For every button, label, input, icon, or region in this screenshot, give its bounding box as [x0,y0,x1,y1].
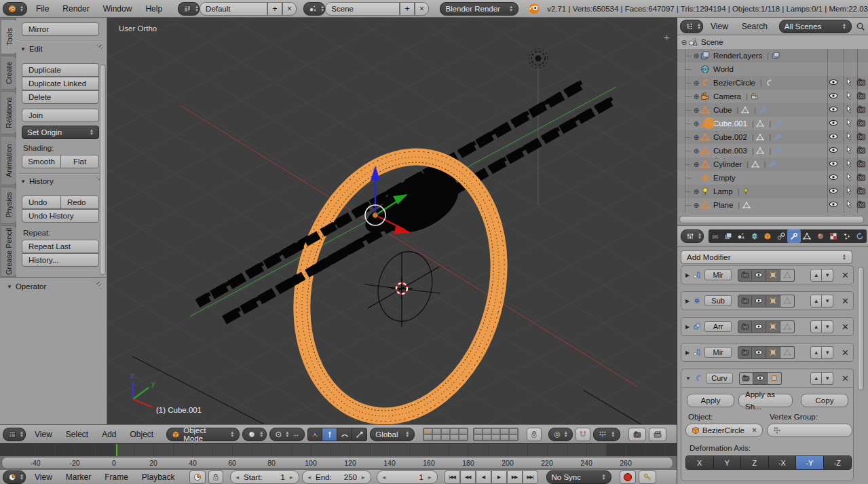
visibility-toggle[interactable] [829,91,839,102]
outliner-row-beziercircle[interactable]: ⊕BezierCircle| [677,76,868,90]
renderability-toggle[interactable] [856,91,867,102]
expand-toggle[interactable]: ⊕ [692,202,700,209]
join-button[interactable]: Join [22,109,99,122]
snap-element-select[interactable]: ▲▼ [593,428,620,441]
panel-drag-grip[interactable] [94,45,103,54]
deform-axis-negx[interactable]: -X [769,456,797,469]
transform-orientation-select[interactable]: Global ▲▼ [370,428,415,441]
layer-14[interactable] [500,428,509,434]
history-panel-header[interactable]: ▼History [20,177,54,185]
expand-toggle[interactable]: ⊕ [692,120,700,128]
visibility-toggle[interactable] [829,105,839,115]
vertex-group-field[interactable] [767,424,852,437]
renderability-toggle[interactable] [856,172,867,183]
move-down-button[interactable]: ▼ [822,269,833,282]
undo-history-button[interactable]: Undo History [22,209,99,223]
undo-button[interactable]: Undo [22,196,61,209]
layer-6[interactable] [423,434,432,441]
move-down-button[interactable]: ▼ [822,372,833,385]
menu-marker[interactable]: Marker [60,469,97,484]
frame-start-field[interactable]: ◂ Start: 1 ▸ [230,470,299,484]
manipulator-scale-toggle[interactable] [352,428,367,441]
expand-icon[interactable]: ▶ [685,272,690,278]
delete-button[interactable]: Delete [22,90,99,104]
tool-shelf-scrollbar[interactable] [100,64,106,275]
viewport-visibility-toggle[interactable] [752,295,766,308]
increment-icon[interactable]: ▸ [362,474,365,481]
repeat-last-button[interactable]: Repeat Last [22,240,99,253]
tool-tab-tools[interactable]: Tools [1,19,18,54]
layer-11[interactable] [474,428,483,434]
add-scene-button[interactable]: + [400,2,415,16]
visibility-toggle[interactable] [829,159,839,170]
layer-10[interactable] [459,434,468,441]
modifier-name-field[interactable]: Sub [704,295,732,306]
move-down-button[interactable]: ▼ [822,320,833,333]
tool-tab-relations[interactable]: Relations [1,91,17,134]
renderability-toggle[interactable] [856,118,867,129]
renderability-toggle[interactable] [856,145,867,156]
increment-icon[interactable]: ▸ [428,474,432,481]
timeline-scrollbar[interactable]: -40-200204060801001201401601802002202402… [1,457,673,469]
mirror-button[interactable]: Mirror [22,22,99,36]
timeline-editor-select[interactable]: ▲▼ [3,470,26,484]
apply-button[interactable]: Apply [687,394,734,407]
outliner-row-plane[interactable]: ⊕Plane| [677,198,868,212]
outliner-hscrollbar[interactable] [679,216,864,223]
outliner-row-cube-003[interactable]: ⊕Cube.003|| [677,144,868,157]
edit-mode-toggle[interactable] [766,269,780,282]
decrement-icon[interactable]: ◂ [383,474,386,481]
modifier-name-field[interactable]: Arr [704,321,732,332]
layer-19[interactable] [500,434,509,441]
properties-tab-object[interactable] [761,229,774,243]
menu-frame[interactable]: Frame [98,469,134,484]
edit-mode-toggle[interactable] [766,346,780,359]
deform-axis-x[interactable]: X [686,456,714,469]
snap-toggle[interactable] [575,428,590,441]
properties-tab-particles[interactable] [840,229,853,243]
layer-18[interactable] [491,434,500,441]
keying-set-button[interactable] [639,470,656,484]
menu-select[interactable]: Select [60,426,94,443]
delete-modifier-icon[interactable]: ✕ [842,296,849,306]
jump-to-end-button[interactable]: ▶▶| [523,470,538,484]
expand-toggle[interactable]: ⊕ [692,147,700,155]
visibility-toggle[interactable] [829,118,839,129]
search-icon[interactable] [856,22,865,31]
pivot-point-select[interactable]: ⊙ ▲▼ ↔ [269,428,305,441]
expand-toggle[interactable]: ⊕ [692,188,700,196]
selectability-toggle[interactable] [844,105,855,115]
manipulator-rotate-toggle[interactable] [337,428,352,441]
play-reverse-button[interactable]: ◀ [476,470,491,484]
set-origin-select[interactable]: Set Origin ▲▼ [22,126,99,139]
expand-toggle[interactable]: ⊕ [692,134,700,141]
3d-viewport[interactable]: z y x User Ortho (1) Cube.001 + [107,18,677,424]
menu-object[interactable]: Object [124,426,160,443]
outliner-filter-select[interactable]: All Scenes ▲▼ [779,20,852,33]
shade-flat-button[interactable]: Flat [60,155,99,168]
manipulator-axis-toggle[interactable] [307,428,322,441]
decrement-icon[interactable]: ◂ [236,474,240,481]
outliner-row-cylinder[interactable]: ⊕Cylinder|| [677,157,868,171]
viewport-visibility-toggle[interactable] [752,269,766,282]
properties-tab-material[interactable] [814,229,827,243]
renderability-toggle[interactable] [856,132,867,143]
properties-tab-world[interactable] [748,229,761,243]
deform-axis-negz[interactable]: -Z [824,456,852,469]
playback-range-clock-toggle[interactable] [189,470,206,484]
layer-8[interactable] [441,434,450,441]
tool-tab-physics[interactable]: Physics [1,187,17,224]
render-toggle[interactable] [738,269,752,282]
move-down-button[interactable]: ▼ [822,346,833,359]
expand-icon[interactable]: ▶ [685,298,690,304]
sync-mode-select[interactable]: No Sync ▲▼ [546,470,611,484]
deform-axis-y[interactable]: Y [714,456,742,469]
properties-tab-render[interactable] [709,229,721,243]
menu-window[interactable]: Window [97,1,138,17]
curve-object-field[interactable]: BezierCircle × [685,424,763,437]
menu-view[interactable]: View [704,18,734,35]
properties-tab-modifiers[interactable] [787,229,800,243]
frame-end-field[interactable]: ◂ End: 250 ▸ [302,470,371,484]
renderability-toggle[interactable] [856,159,867,170]
menu-view[interactable]: View [29,469,58,484]
